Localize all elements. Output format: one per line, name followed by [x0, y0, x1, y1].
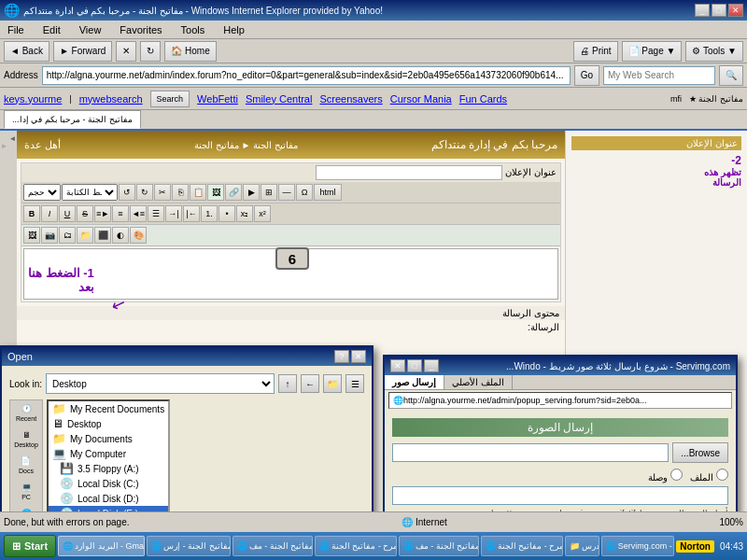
rte-undo[interactable]: ↺ [119, 184, 135, 201]
rte-superscript[interactable]: x² [254, 205, 271, 222]
places-computer[interactable]: 💻PC [21, 483, 32, 501]
fav-keys[interactable]: keys.yourme [4, 93, 62, 105]
minimize-button[interactable]: _ [695, 4, 710, 17]
print-button[interactable]: 🖨 Print [573, 41, 617, 62]
search-btn[interactable]: Search [150, 91, 190, 107]
taskbar-item-4[interactable]: 🌐 مفاتيح الجنة - مف... [399, 536, 479, 556]
places-desktop[interactable]: 🖥Desktop [14, 430, 38, 449]
file-item-selected[interactable]: 💿Local Disk (E:) [49, 506, 168, 511]
close-button[interactable]: ✕ [728, 4, 743, 17]
rte-strikethrough[interactable]: S [77, 205, 93, 222]
rte-justify[interactable]: ☰ [148, 205, 164, 222]
menu-edit[interactable]: Edit [39, 22, 64, 37]
rte-align-c[interactable]: ≡ [112, 205, 129, 222]
file-item[interactable]: 📁My Recent Documents [49, 401, 168, 416]
dialog-view-btn[interactable]: ☰ [345, 374, 364, 393]
fav-cursor[interactable]: Cursor Mania [390, 93, 452, 105]
go-button[interactable]: Go [574, 65, 599, 86]
file-item[interactable]: 💻My Computer [49, 446, 168, 461]
rte-img5[interactable]: ⬛ [94, 227, 111, 244]
dialog-up-btn[interactable]: ↑ [278, 374, 297, 393]
rte-img6[interactable]: ◐ [112, 227, 129, 244]
taskbar-item-6[interactable]: 📁 درس [565, 536, 599, 556]
taskbar-item-5[interactable]: 🌐 مرح - مفاتيح الجنة... [481, 536, 563, 556]
file-item[interactable]: 📁My Documents [49, 431, 168, 446]
fav-webfetti[interactable]: WebFetti [197, 93, 238, 105]
tools-button[interactable]: ⚙ Tools ▼ [685, 41, 743, 62]
dialog-close-btn[interactable]: ✕ [351, 350, 366, 363]
places-network[interactable]: 🌐Net [21, 509, 32, 511]
file-item[interactable]: 💾3.5 Floppy (A:) [49, 461, 168, 476]
taskbar-item-2[interactable]: 🌐 مفاتيح الجنة - مف... [233, 536, 313, 556]
radio-label-2[interactable]: وصلة [648, 469, 683, 483]
servimg-close[interactable]: ✕ [390, 359, 405, 372]
rte-img7[interactable]: 🎨 [130, 227, 147, 244]
browse-button[interactable]: Browse... [672, 442, 728, 463]
rte-cut[interactable]: ✂ [154, 184, 171, 201]
menu-view[interactable]: View [76, 22, 106, 37]
rte-paste[interactable]: 📋 [190, 184, 206, 201]
fav-screensavers[interactable]: Screensavers [319, 93, 382, 105]
radio-label-1[interactable]: الملف [690, 469, 728, 483]
menu-help[interactable]: Help [219, 22, 248, 37]
rte-image[interactable]: 🖼 [207, 184, 224, 201]
stop-button[interactable]: ✕ [116, 41, 136, 62]
servimg-tab-send[interactable]: إرسال صور [385, 375, 444, 389]
taskbar-item-7[interactable]: 🌐 Servimg.com - ... [601, 536, 675, 556]
servimg-restore[interactable]: □ [407, 359, 422, 372]
rte-bold[interactable]: B [23, 205, 40, 222]
taskbar-item-1[interactable]: 🌐 مفاتيح الجنة - إرس... [147, 536, 230, 556]
servimg-minimize[interactable]: _ [424, 359, 439, 372]
back-button[interactable]: ◄ Back [4, 41, 49, 62]
taskbar-item-0[interactable]: 🌐 البريد الوارد - Gmail... [58, 536, 145, 556]
ad-title-input[interactable] [316, 165, 502, 180]
left-nav-back[interactable]: ◄ [8, 134, 17, 150]
search-input[interactable] [603, 66, 715, 85]
dialog-back-btn[interactable]: ← [301, 374, 319, 393]
places-recent[interactable]: 🕐Recent [16, 404, 36, 423]
file-item[interactable]: 💿Local Disk (C:) [49, 476, 168, 491]
forward-button[interactable]: ► Forward [53, 41, 112, 62]
rte-img1[interactable]: 🖼 [23, 227, 40, 244]
rte-align-l[interactable]: ◄≡ [130, 205, 147, 222]
rte-video[interactable]: ▶ [243, 184, 260, 201]
places-docs[interactable]: 📄Docs [19, 456, 34, 475]
rte-img3[interactable]: 🗂 [59, 227, 76, 244]
rte-align-r[interactable]: ≡► [94, 205, 111, 222]
servimg-tab-original[interactable]: الملف الأصلي [444, 375, 513, 389]
rte-outdent[interactable]: |← [183, 205, 200, 222]
rte-hr[interactable]: — [278, 184, 295, 201]
rte-underline[interactable]: U [59, 205, 76, 222]
rte-link[interactable]: 🔗 [225, 184, 242, 201]
menu-tools[interactable]: Tools [177, 22, 209, 37]
rte-img2[interactable]: 📷 [41, 227, 58, 244]
rte-ol[interactable]: 1. [201, 205, 218, 222]
link-input[interactable] [392, 486, 728, 505]
look-in-select[interactable]: Desktop [46, 373, 275, 394]
menu-file[interactable]: File [4, 22, 28, 37]
browse-input[interactable] [392, 443, 669, 462]
refresh-button[interactable]: ↻ [140, 41, 161, 62]
start-button[interactable]: ⊞ Start [4, 535, 56, 557]
fav-smiley[interactable]: Smiley Central [246, 93, 313, 105]
font-family-select[interactable]: نمط الكتابة [62, 184, 118, 201]
radio-file[interactable] [716, 469, 728, 481]
rte-indent[interactable]: →| [165, 205, 182, 222]
menu-favorites[interactable]: Favorites [116, 22, 165, 37]
rte-copy[interactable]: ⎘ [172, 184, 189, 201]
home-button[interactable]: 🏠 Home [164, 41, 216, 62]
font-size-select[interactable]: حجم [23, 184, 61, 201]
rte-special[interactable]: Ω [296, 184, 313, 201]
radio-link[interactable] [670, 469, 683, 481]
address-input[interactable] [42, 66, 571, 85]
rte-redo[interactable]: ↻ [136, 184, 153, 201]
tab-main[interactable]: مفاتيح الجنة - مرحبا بكم في إدا... [4, 110, 141, 129]
rte-html[interactable]: html [314, 184, 342, 201]
dialog-new-folder-btn[interactable]: 📁 [323, 374, 342, 393]
rte-ul[interactable]: • [218, 205, 235, 222]
restore-button[interactable]: □ [712, 4, 726, 17]
rte-table[interactable]: ⊞ [261, 184, 277, 201]
rte-subscript[interactable]: x₂ [236, 205, 253, 222]
taskbar-item-3[interactable]: 🌐 مرح - مفاتيح الجنة... [315, 536, 397, 556]
file-item[interactable]: 💿Local Disk (D:) [49, 491, 168, 506]
